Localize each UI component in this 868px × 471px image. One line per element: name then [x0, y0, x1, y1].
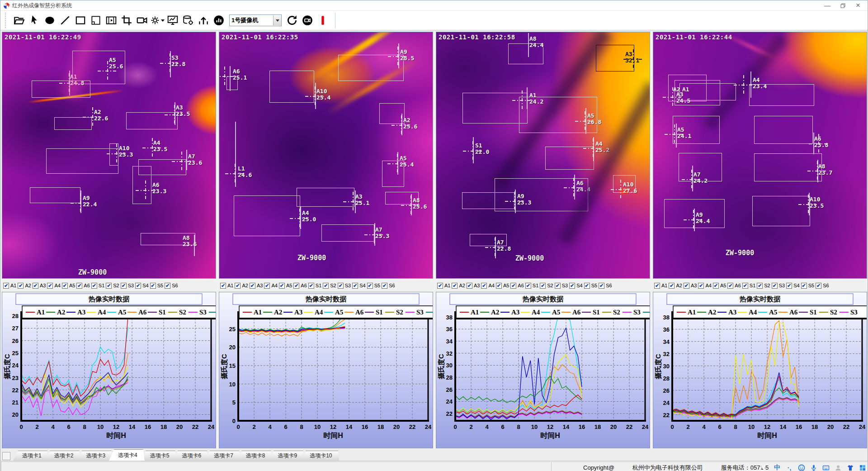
- checkbox-a6[interactable]: ✔A6: [293, 283, 307, 289]
- checkbox-a3[interactable]: ✔A3: [467, 283, 480, 289]
- upload-button[interactable]: [196, 13, 211, 28]
- roi-box-a10[interactable]: [109, 143, 118, 166]
- checkbox-s3[interactable]: ✔S3: [555, 283, 568, 289]
- tab-选项卡9[interactable]: 选项卡9: [269, 451, 305, 461]
- checkbox-a5[interactable]: ✔A5: [279, 283, 292, 289]
- line-tool-button[interactable]: [58, 13, 72, 28]
- checkbox-a2[interactable]: ✔A2: [18, 283, 31, 289]
- checkbox-a3[interactable]: ✔A3: [684, 283, 697, 289]
- checkbox-a6[interactable]: ✔A6: [727, 283, 741, 289]
- roi-box-a6[interactable]: [754, 116, 813, 144]
- roi-box-a9[interactable]: [338, 55, 404, 81]
- toolbar-grip[interactable]: [5, 13, 8, 28]
- mic-icon[interactable]: [810, 464, 818, 471]
- tab-选项卡5[interactable]: 选项卡5: [141, 451, 177, 461]
- thermal-image-2[interactable]: 2021-11-01 16:22:35ZW-9000A6 25.1A10 25.…: [219, 32, 433, 279]
- checkbox-s5[interactable]: ✔S5: [801, 283, 814, 289]
- checkbox-s2[interactable]: ✔S2: [540, 283, 553, 289]
- checkbox-a3[interactable]: ✔A3: [33, 283, 46, 289]
- keyboard-icon[interactable]: [822, 464, 830, 471]
- checkbox-a1[interactable]: ✔A1: [654, 283, 667, 289]
- select-cursor-button[interactable]: [27, 13, 42, 28]
- roi-box-a8[interactable]: [754, 153, 822, 181]
- tab-选项卡8[interactable]: 选项卡8: [237, 451, 273, 461]
- checkbox-s6[interactable]: ✔S6: [599, 283, 612, 289]
- checkbox-a2[interactable]: ✔A2: [452, 283, 465, 289]
- checkbox-a5[interactable]: ✔A5: [496, 283, 509, 289]
- checkbox-a6[interactable]: ✔A6: [76, 283, 90, 289]
- refresh-button[interactable]: [285, 13, 299, 28]
- close-button[interactable]: ×: [850, 1, 866, 10]
- thermal-image-1[interactable]: 2021-11-01 16:22:49ZW-9000A5 25.6A1 24.8…: [2, 32, 216, 279]
- video-frame-button[interactable]: [104, 13, 118, 28]
- thermal-image-3[interactable]: 2021-11-01 16:22:58ZW-9000A8 24.4A3 32.1…: [436, 32, 650, 279]
- roi-box-a2[interactable]: [54, 117, 92, 130]
- crop-tool-button[interactable]: [119, 13, 134, 28]
- checkbox-s1[interactable]: ✔S1: [308, 283, 321, 289]
- settings-gear-button[interactable]: [150, 13, 165, 28]
- region-tool-button[interactable]: [89, 13, 103, 28]
- punctuation-icon[interactable]: ·,: [785, 464, 793, 471]
- roi-box-a4[interactable]: [234, 195, 300, 236]
- roi-box-a9[interactable]: [462, 192, 514, 209]
- camera-select[interactable]: 1号摄像机: [229, 14, 282, 26]
- chinese-mode-icon[interactable]: 中: [773, 464, 781, 471]
- checkbox-s4[interactable]: ✔S4: [352, 283, 365, 289]
- checkbox-s5[interactable]: ✔S5: [150, 283, 163, 289]
- thermal-image-4[interactable]: 2021-11-01 16:22:44ZW-9000A2A1A3 24.5A4 …: [653, 32, 867, 279]
- user-icon[interactable]: [834, 464, 842, 471]
- checkbox-a5[interactable]: ✔A5: [713, 283, 726, 289]
- checkbox-a1[interactable]: ✔A1: [3, 283, 16, 289]
- checkbox-a5[interactable]: ✔A5: [62, 283, 75, 289]
- checkbox-s5[interactable]: ✔S5: [584, 283, 597, 289]
- checkbox-a4[interactable]: ✔A4: [698, 283, 711, 289]
- roi-box-a10[interactable]: [46, 148, 118, 174]
- checkbox-s1[interactable]: ✔S1: [742, 283, 755, 289]
- capture-circle-button[interactable]: [300, 13, 315, 28]
- ellipse-tool-button[interactable]: [42, 13, 57, 28]
- roi-box-a3[interactable]: [126, 112, 178, 129]
- skin-icon[interactable]: [846, 464, 854, 471]
- roi-box-a7[interactable]: [321, 224, 374, 242]
- tab-stub[interactable]: [2, 452, 10, 460]
- checkbox-s6[interactable]: ✔S6: [382, 283, 395, 289]
- checkbox-a4[interactable]: ✔A4: [264, 283, 277, 289]
- checkbox-a3[interactable]: ✔A3: [250, 283, 263, 289]
- tab-选项卡1[interactable]: 选项卡1: [13, 451, 49, 461]
- tab-选项卡7[interactable]: 选项卡7: [205, 451, 241, 461]
- checkbox-s3[interactable]: ✔S3: [772, 283, 785, 289]
- camera-select-dropdown-button[interactable]: [273, 15, 281, 25]
- stats-circle-button[interactable]: [212, 13, 226, 28]
- checkbox-s3[interactable]: ✔S3: [121, 283, 134, 289]
- roi-box-a9[interactable]: [30, 187, 80, 203]
- checkbox-a1[interactable]: ✔A1: [437, 283, 450, 289]
- roi-box-a10[interactable]: [752, 196, 810, 226]
- checkbox-s6[interactable]: ✔S6: [816, 283, 829, 289]
- camera-tool-button[interactable]: [135, 13, 149, 28]
- checkbox-a2[interactable]: ✔A2: [235, 283, 248, 289]
- tab-选项卡4[interactable]: 选项卡4: [109, 449, 145, 461]
- checkbox-s2[interactable]: ✔S2: [323, 283, 336, 289]
- checkbox-s4[interactable]: ✔S4: [569, 283, 582, 289]
- checkbox-a4[interactable]: ✔A4: [481, 283, 494, 289]
- tab-选项卡2[interactable]: 选项卡2: [45, 451, 81, 461]
- checkbox-s3[interactable]: ✔S3: [338, 283, 351, 289]
- checkbox-a6[interactable]: ✔A6: [510, 283, 524, 289]
- database-config-button[interactable]: [181, 13, 195, 28]
- sogou-logo-icon[interactable]: S: [757, 462, 769, 471]
- checkbox-a1[interactable]: ✔A1: [220, 283, 233, 289]
- alert-red-button[interactable]: [316, 13, 330, 28]
- checkbox-a4[interactable]: ✔A4: [47, 283, 60, 289]
- roi-box-a6[interactable]: [132, 166, 151, 204]
- restore-button[interactable]: [835, 1, 850, 10]
- tab-选项卡10[interactable]: 选项卡10: [301, 451, 339, 461]
- toolbox-icon[interactable]: [859, 464, 867, 471]
- checkbox-s2[interactable]: ✔S2: [106, 283, 119, 289]
- open-folder-button[interactable]: [12, 13, 26, 28]
- checkbox-s2[interactable]: ✔S2: [757, 283, 770, 289]
- checkbox-s4[interactable]: ✔S4: [786, 283, 799, 289]
- checkbox-s4[interactable]: ✔S4: [135, 283, 148, 289]
- monitor-chart-button[interactable]: [165, 13, 180, 28]
- minimize-button[interactable]: —: [820, 1, 835, 10]
- roi-box-a4[interactable]: [545, 147, 594, 170]
